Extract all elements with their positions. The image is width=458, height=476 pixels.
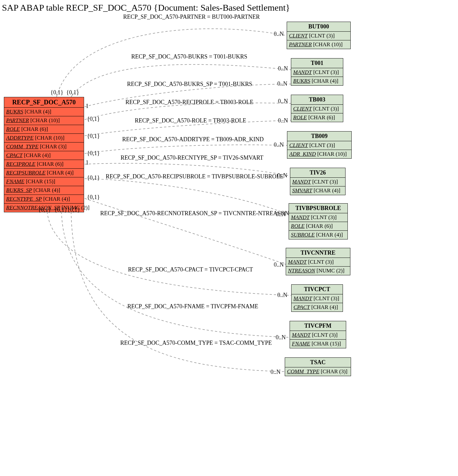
rel-field: MANDT [CLNT (3)] <box>292 294 343 303</box>
rel-box-tivcpfm: TIVCPFM MANDT [CLNT (3)] FNAME [CHAR (15… <box>290 321 346 348</box>
edge-label: RECP_SF_DOC_A570-PARTNER = BUT000-PARTNE… <box>123 14 260 20</box>
rel-box-tivcnntre: TIVCNNTRE MANDT [CLNT (3)] NTREASON [NUM… <box>286 248 350 275</box>
card-right: 0..N <box>276 211 286 218</box>
card-right: 0..N <box>271 369 281 376</box>
rel-box-tiv26: TIV26 MANDT [CLNT (3)] SMVART [CHAR (4)] <box>290 168 346 195</box>
rel-name: TIV26 <box>290 168 345 178</box>
rel-field: PARTNER [CHAR (10)] <box>287 40 350 49</box>
card-left: {0,1} <box>38 206 51 213</box>
main-field: RECIPROLE [CHAR (6)] <box>4 160 84 169</box>
rel-name: TIVCNNTRE <box>286 248 350 258</box>
rel-box-tivcpct: TIVCPCT MANDT [CLNT (3)] CPACT [CHAR (4)… <box>291 284 343 312</box>
rel-field: COMM_TYPE [CHAR (3)] <box>285 367 351 376</box>
rel-field: MANDT [CLNT (3)] <box>286 258 350 267</box>
rel-field: SMVART [CHAR (4)] <box>290 186 345 195</box>
rel-field: ADR_KIND [CHAR (10)] <box>287 150 351 158</box>
edge-label: RECP_SF_DOC_A570-RECNNOTREASON_SP = TIVC… <box>100 210 289 217</box>
main-table-name: RECP_SF_DOC_A570 <box>4 97 84 108</box>
card-left: {0,1} <box>87 175 100 181</box>
edges-svg <box>0 0 458 476</box>
card-right: 0..N <box>276 334 286 341</box>
edge-label: RECP_SF_DOC_A570-FNAME = TIVCPFM-FNAME <box>127 303 258 310</box>
card-left: {0,1} <box>66 89 79 96</box>
edge-label: RECP_SF_DOC_A570-CPACT = TIVCPCT-CPACT <box>128 266 253 273</box>
rel-field: BUKRS [CHAR (4)] <box>291 77 343 85</box>
edge-label: RECP_SF_DOC_A570-BUKRS = T001-BUKRS <box>131 53 247 60</box>
card-right: 0..N <box>278 65 288 72</box>
rel-field: MANDT [CLNT (3)] <box>289 213 347 222</box>
rel-field: NTREASON [NUMC (2)] <box>286 267 350 275</box>
rel-box-but000: BUT000 CLIENT [CLNT (3)] PARTNER [CHAR (… <box>287 22 351 49</box>
rel-name: T001 <box>291 58 343 68</box>
rel-field: MANDT [CLNT (3)] <box>290 331 346 340</box>
edge-label: RECP_SF_DOC_A570-RECNTYPE_SP = TIV26-SMV… <box>121 154 263 161</box>
edge-label: RECP_SF_DOC_A570-COMM_TYPE = TSAC-COMM_T… <box>120 340 272 346</box>
rel-field: MANDT [CLNT (3)] <box>291 68 343 77</box>
card-right: 0..N <box>274 142 284 148</box>
main-field: COMM_TYPE [CHAR (3)] <box>4 143 84 151</box>
page-title: SAP ABAP table RECP_SF_DOC_A570 {Documen… <box>2 3 290 13</box>
rel-field: CPACT [CHAR (4)] <box>292 303 343 312</box>
rel-name: TSAC <box>285 358 351 367</box>
rel-box-tb003: TB003 CLIENT [CLNT (3)] ROLE [CHAR (6)] <box>291 95 343 122</box>
rel-field: CLIENT [CLNT (3)] <box>287 32 350 40</box>
card-right: 0..N <box>277 172 287 179</box>
card-left: 1 <box>86 159 89 166</box>
main-field: CPACT [CHAR (4)] <box>4 151 84 160</box>
rel-box-tsac: TSAC COMM_TYPE [CHAR (3)] <box>285 357 351 376</box>
card-left: {0,1} <box>54 206 67 213</box>
card-left: {0,1} <box>50 89 63 96</box>
main-field: RECNTYPE_SP [CHAR (4)] <box>4 195 84 204</box>
rel-box-tivbpsubrole: TIVBPSUBROLE MANDT [CLNT (3)] ROLE [CHAR… <box>289 203 348 239</box>
rel-field: ROLE [CHAR (6)] <box>289 222 347 231</box>
rel-name: TB003 <box>291 95 343 105</box>
rel-name: TB009 <box>287 132 351 141</box>
rel-field: SUBROLE [CHAR (4)] <box>289 231 347 239</box>
main-field: BUKRS [CHAR (4)] <box>4 108 84 116</box>
card-right: 0..N <box>278 117 288 124</box>
rel-name: TIVCPFM <box>290 321 346 331</box>
card-left: {0,1} <box>87 116 100 122</box>
rel-field: ROLE [CHAR (6)] <box>291 113 343 122</box>
rel-name: TIVBPSUBROLE <box>289 204 347 213</box>
edge-label: RECP_SF_DOC_A570-ROLE = TB003-ROLE <box>135 117 246 124</box>
card-left: {0,1} <box>87 194 100 201</box>
card-left: {0,1} <box>87 133 100 140</box>
rel-field: CLIENT [CLNT (3)] <box>287 141 351 150</box>
main-table-box: RECP_SF_DOC_A570 BUKRS [CHAR (4)] PARTNE… <box>4 97 84 212</box>
main-field: RECIPSUBROLE [CHAR (4)] <box>4 169 84 177</box>
rel-box-tb009: TB009 CLIENT [CLNT (3)] ADR_KIND [CHAR (… <box>287 131 352 159</box>
card-left: {0,1} <box>87 150 100 157</box>
card-right: 0..N <box>277 80 287 87</box>
diagram-canvas: SAP ABAP table RECP_SF_DOC_A570 {Documen… <box>0 0 458 476</box>
rel-field: FNAME [CHAR (15)] <box>290 340 346 348</box>
card-right: 0..N <box>278 98 288 105</box>
card-right: 0..N <box>274 31 284 37</box>
edge-label: RECP_SF_DOC_A570-BUKRS_SP = T001-BUKRS <box>127 81 252 88</box>
edge-label: RECP_SF_DOC_A570-RECIPSUBROLE = TIVBPSUB… <box>106 173 283 180</box>
rel-box-t001: T001 MANDT [CLNT (3)] BUKRS [CHAR (4)] <box>291 58 343 86</box>
rel-name: TIVCPCT <box>292 285 343 294</box>
main-field: ADDRTYPE [CHAR (10)] <box>4 134 84 143</box>
rel-name: BUT000 <box>287 22 350 32</box>
main-field: ROLE [CHAR (6)] <box>4 125 84 134</box>
main-field: BUKRS_SP [CHAR (4)] <box>4 186 84 195</box>
rel-field: CLIENT [CLNT (3)] <box>291 105 343 113</box>
edge-label: RECP_SF_DOC_A570-RECIPROLE = TB003-ROLE <box>125 99 253 106</box>
edge-label: RECP_SF_DOC_A570-ADDRTYPE = TB009-ADR_KI… <box>122 136 264 143</box>
card-right: 0..N <box>274 261 284 268</box>
card-left: 1 <box>86 103 89 110</box>
main-field: PARTNER [CHAR (10)] <box>4 116 84 125</box>
card-left: {0,1} <box>67 206 80 213</box>
card-right: 0..N <box>277 292 287 299</box>
rel-field: MANDT [CLNT (3)] <box>290 178 345 186</box>
main-field: FNAME [CHAR (15)] <box>4 177 84 186</box>
